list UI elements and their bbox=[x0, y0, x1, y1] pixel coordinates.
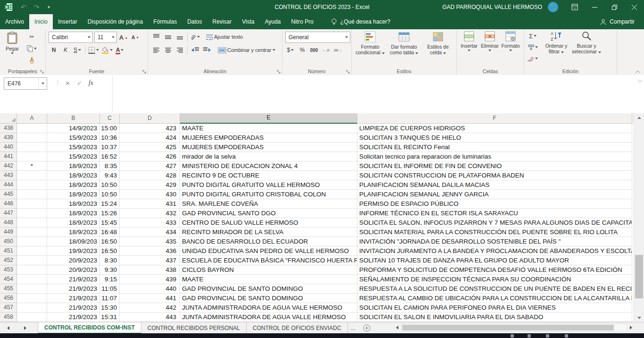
sheet-tabs-overflow[interactable]: ... bbox=[348, 322, 358, 334]
find-select-button[interactable]: Buscar y seleccionar bbox=[571, 31, 602, 54]
cell-b[interactable]: 18/9/2023 bbox=[47, 190, 100, 199]
copy-dropdown-icon[interactable] bbox=[34, 48, 37, 50]
row-header[interactable]: 454 bbox=[0, 275, 17, 284]
row-header[interactable]: 453 bbox=[0, 265, 17, 275]
cell-e[interactable]: GAD PROVINCIAL DE SANTO DOMINGO bbox=[180, 294, 357, 303]
cell-f[interactable]: SOLICITAN MATERIAL PARA LA CONSTRUCCIÓN … bbox=[357, 228, 632, 237]
cell-a[interactable] bbox=[17, 228, 47, 237]
formula-bar-drag-handle[interactable]: ⋮ bbox=[55, 79, 61, 86]
cut-button[interactable]: ✂ bbox=[26, 32, 37, 42]
cell-a[interactable] bbox=[17, 133, 47, 143]
cell-e[interactable]: CICLOS BAYRON bbox=[180, 265, 357, 275]
cell-c[interactable]: 10:36 bbox=[100, 133, 120, 143]
column-header-a[interactable]: A bbox=[17, 113, 47, 124]
row-header[interactable]: 439 bbox=[0, 133, 17, 143]
cell-d[interactable]: 423 bbox=[120, 124, 180, 133]
sheet-nav-prev-icon[interactable] bbox=[3, 322, 13, 334]
orientation-button[interactable]: ab bbox=[190, 32, 200, 42]
tab-disposicion[interactable]: Disposición de página bbox=[83, 14, 148, 29]
cell-d[interactable]: 432 bbox=[120, 209, 180, 218]
cell-d[interactable]: 442 bbox=[120, 303, 180, 313]
clear-button[interactable] bbox=[527, 54, 538, 63]
cell-a[interactable] bbox=[17, 124, 47, 133]
cell-d[interactable]: 430 bbox=[120, 190, 180, 199]
cell-f[interactable]: SOLITAN 10 TRAJES DE DANZA PARA EL GRUPO… bbox=[357, 256, 632, 265]
sort-filter-button[interactable]: AZ Ordenar y filtrar bbox=[541, 31, 571, 54]
row-header[interactable]: 450 bbox=[0, 237, 17, 246]
cell-f[interactable]: SOLICITAN EL SALON E INMOVILIARIA PARA E… bbox=[357, 313, 632, 322]
redo-icon[interactable]: ↷ bbox=[34, 3, 40, 11]
row-header[interactable]: 442 bbox=[0, 161, 17, 171]
cell-c[interactable]: 15:45 bbox=[100, 218, 120, 228]
hscroll-right-icon[interactable] bbox=[627, 326, 635, 330]
underline-dropdown-icon[interactable] bbox=[78, 49, 81, 51]
tab-formulas[interactable]: Fórmulas bbox=[148, 14, 182, 29]
minimize-icon[interactable] bbox=[585, 0, 604, 14]
decrease-font-size-button[interactable]: A▼ bbox=[130, 33, 140, 42]
cell-c[interactable]: 16:52 bbox=[100, 152, 120, 161]
insert-cells-button[interactable]: Insertar bbox=[459, 31, 479, 51]
cell-e[interactable]: MUJERES EMPODERADAS bbox=[180, 133, 357, 143]
cell-e[interactable]: MINISTERIO DE EDUCACION ZONAL 4 bbox=[180, 161, 357, 171]
vertical-scroll-thumb[interactable] bbox=[635, 255, 643, 298]
cell-a[interactable] bbox=[17, 284, 47, 294]
cell-d[interactable]: 441 bbox=[120, 294, 180, 303]
scroll-up-icon[interactable] bbox=[634, 113, 644, 122]
format-cells-button[interactable]: Formato bbox=[500, 31, 521, 51]
decrease-decimal-button[interactable]: .00→ bbox=[332, 45, 343, 55]
column-header-d[interactable]: D bbox=[120, 113, 180, 124]
row-header[interactable]: 452 bbox=[0, 256, 17, 265]
cell-d[interactable]: 425 bbox=[120, 143, 180, 152]
align-center-button[interactable] bbox=[163, 45, 173, 55]
cell-c[interactable]: 15:26 bbox=[100, 209, 120, 218]
fill-color-dropdown-icon[interactable] bbox=[110, 49, 113, 51]
cell-e[interactable]: UNIDAD EDUCATIVA SAN PEDRO DE VALLE HERM… bbox=[180, 246, 357, 256]
cell-styles-button[interactable]: Estilos de celda bbox=[421, 31, 455, 55]
customize-quick-access-toolbar-icon[interactable]: ▼ bbox=[47, 5, 50, 9]
cell-d[interactable]: 435 bbox=[120, 237, 180, 246]
cell-c[interactable]: 15:30 bbox=[100, 303, 120, 313]
cell-a[interactable] bbox=[17, 275, 47, 284]
cell-f[interactable]: PERMISO DE ESPACIO PÚBLICO bbox=[357, 199, 632, 209]
cell-d[interactable]: 428 bbox=[120, 171, 180, 180]
cell-f[interactable]: Solicitan tecnico para reparacion de lum… bbox=[357, 152, 632, 161]
column-header-c[interactable]: C bbox=[100, 113, 120, 124]
cell-b[interactable]: 21/9/2023 bbox=[47, 284, 100, 294]
scroll-down-icon[interactable] bbox=[634, 313, 644, 322]
column-header-e-selected[interactable]: E bbox=[180, 113, 357, 124]
cell-c[interactable]: 15:31 bbox=[100, 313, 120, 322]
cell-a[interactable] bbox=[17, 152, 47, 161]
row-header[interactable]: 446 bbox=[0, 199, 17, 209]
cell-f[interactable]: PROFORMA Y SOLICITUD DE COMPETENCIA DESA… bbox=[357, 265, 632, 275]
fill-color-button[interactable] bbox=[101, 45, 113, 55]
tab-datos[interactable]: Datos bbox=[182, 14, 207, 29]
cell-a[interactable] bbox=[17, 313, 47, 322]
taskbar-tray-icon[interactable] bbox=[511, 334, 514, 338]
taskbar-tray-icon[interactable] bbox=[546, 334, 549, 338]
row-header[interactable]: 443 bbox=[0, 171, 17, 180]
currency-format-button[interactable]: $ bbox=[285, 45, 296, 55]
align-top-button[interactable] bbox=[151, 32, 161, 42]
decrease-indent-button[interactable] bbox=[190, 45, 200, 55]
cell-d[interactable]: 433 bbox=[120, 218, 180, 228]
autosum-button[interactable]: Σ bbox=[527, 31, 538, 41]
row-header[interactable]: 455 bbox=[0, 284, 17, 294]
cell-c[interactable]: 15:00 bbox=[100, 124, 120, 133]
tab-insertar[interactable]: Insertar bbox=[53, 14, 83, 29]
cell-b[interactable]: 21/9/2023 bbox=[47, 313, 100, 322]
increase-font-size-button[interactable]: A▲ bbox=[118, 33, 129, 42]
cell-e[interactable]: mirador de la selva bbox=[180, 152, 357, 161]
cell-a[interactable] bbox=[17, 265, 47, 275]
cell-f[interactable]: SOLICITAN EL RECINTO Ferial bbox=[357, 143, 632, 152]
cell-c[interactable]: 16:50 bbox=[100, 237, 120, 246]
cell-e[interactable]: BANCO DE DESARROLLO DEL ECUADOR bbox=[180, 237, 357, 246]
row-header[interactable]: 445 bbox=[0, 190, 17, 199]
cell-c[interactable]: 8:35 bbox=[100, 161, 120, 171]
cell-a[interactable] bbox=[17, 190, 47, 199]
font-color-button[interactable]: A bbox=[115, 45, 125, 55]
cell-f[interactable]: RESPUESTA AL CAMBIO DE UBICACIÓN PARA LA… bbox=[357, 294, 632, 303]
restore-icon[interactable] bbox=[604, 0, 624, 14]
cell-f[interactable]: SOLICITAN EL INFORME DE FIN DE CONVENIO bbox=[357, 161, 632, 171]
cell-d[interactable]: 437 bbox=[120, 256, 180, 265]
cell-f[interactable]: SOLICITAN CONSTRUCCION DE PLATAFORMA BAD… bbox=[357, 171, 632, 180]
